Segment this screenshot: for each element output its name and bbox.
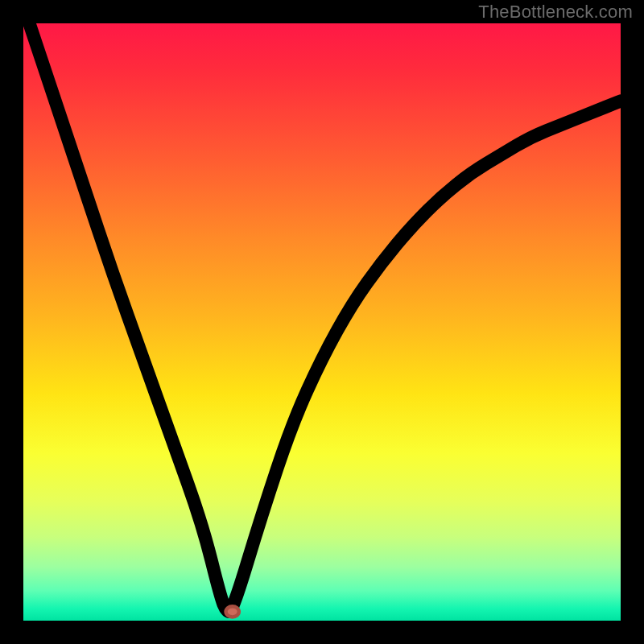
minimum-marker (226, 606, 239, 617)
chart-frame: TheBottleneck.com (0, 0, 644, 644)
plot-area (23, 23, 621, 621)
plot-svg (23, 23, 621, 621)
watermark-text: TheBottleneck.com (478, 2, 633, 23)
bottleneck-curve (29, 23, 621, 612)
